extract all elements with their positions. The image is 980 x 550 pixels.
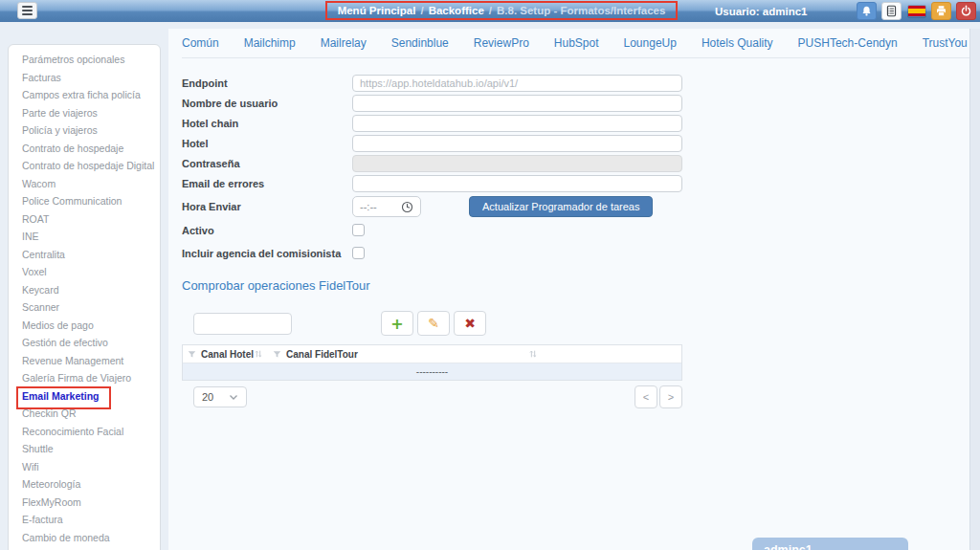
sidebar-item[interactable]: Parámetros opcionales xyxy=(9,51,160,69)
filter-funnel-icon xyxy=(273,350,281,359)
endpoint-input[interactable] xyxy=(352,75,682,92)
password-input xyxy=(352,155,682,172)
main-content: Común Mailchimp Mailrelay Sendinblue Rev… xyxy=(168,29,969,550)
logout-button[interactable] xyxy=(956,2,976,20)
page-size-select[interactable]: 20 xyxy=(193,386,247,407)
sidebar-item[interactable]: Campos extra ficha policía xyxy=(9,86,160,104)
sidebar-item[interactable]: Meteorología xyxy=(9,475,160,494)
language-flag-button[interactable] xyxy=(906,2,926,20)
filter-funnel-icon xyxy=(188,350,196,359)
hotel-label: Hotel xyxy=(182,138,352,149)
check-operations-link[interactable]: Comprobar operaciones FidelTour xyxy=(182,278,370,293)
breadcrumb-item-menu[interactable]: Menú Principal xyxy=(338,5,416,16)
tab[interactable]: Mailrelay xyxy=(321,31,367,55)
menu-toggle-button[interactable] xyxy=(17,2,37,19)
table-empty-row: ---------- xyxy=(183,363,681,380)
sidebar-item[interactable]: Keycard xyxy=(9,281,160,299)
hotel-chain-label: Hotel chain xyxy=(182,118,352,129)
sidebar-item[interactable]: Contrato de hospedaje xyxy=(9,140,160,158)
form-row-hotel-chain: Hotel chain xyxy=(182,115,969,132)
sidebar-item[interactable]: Parte de viajeros xyxy=(9,104,160,122)
hotel-chain-input[interactable] xyxy=(352,115,682,132)
app-window: Menú Principal / Backoffice / B.8. Setup… xyxy=(0,0,980,550)
fideltour-form: Endpoint Nombre de usuario Hotel chain H… xyxy=(168,58,969,408)
sidebar-item[interactable]: Police Communication xyxy=(9,192,160,210)
edit-button[interactable]: ✎ xyxy=(417,311,450,336)
sidebar-item[interactable]: Voxel xyxy=(9,263,160,281)
form-row-error-email: Email de errores xyxy=(182,175,969,192)
tab[interactable]: Sendinblue xyxy=(391,31,449,55)
error-email-input[interactable] xyxy=(352,175,682,192)
sidebar-item[interactable]: Email Marketing xyxy=(9,387,160,406)
send-time-input[interactable]: --:-- xyxy=(352,196,421,217)
sidebar-item[interactable]: Contrato de hospedaje Digital xyxy=(9,157,160,175)
form-row-username: Nombre de usuario xyxy=(182,95,969,112)
channel-mapping-table: Canal Hotel Canal FidelTour xyxy=(182,344,682,381)
crud-buttons: + ✎ ✖ xyxy=(381,311,486,336)
sidebar-item[interactable]: Scanner xyxy=(9,298,160,317)
breadcrumb: Menú Principal / Backoffice / B.8. Setup… xyxy=(325,1,678,20)
tab-bar: Común Mailchimp Mailrelay Sendinblue Rev… xyxy=(168,29,969,57)
pencil-icon: ✎ xyxy=(428,316,439,331)
sidebar-item[interactable]: Reconocimiento Facial xyxy=(9,423,160,441)
delete-button[interactable]: ✖ xyxy=(454,311,486,336)
sidebar-item[interactable]: Cambio de moneda xyxy=(9,529,160,547)
tab[interactable]: Hotels Quality xyxy=(702,31,773,55)
clock-icon xyxy=(401,201,413,213)
tab[interactable]: TrustYou xyxy=(923,31,968,55)
topbar-actions xyxy=(857,2,976,20)
bell-icon xyxy=(860,5,873,17)
tab[interactable]: PUSHTech-Cendyn xyxy=(798,31,898,55)
channel-search-input[interactable] xyxy=(193,313,292,335)
table-footer: 20 < > xyxy=(182,385,682,408)
sidebar-item[interactable]: E-factura xyxy=(9,511,160,529)
tab[interactable]: Mailchimp xyxy=(244,31,296,55)
active-checkbox[interactable] xyxy=(352,224,365,236)
update-scheduler-button[interactable]: Actualizar Programador de tareas xyxy=(469,196,653,217)
hotel-input[interactable] xyxy=(352,135,682,152)
notifications-button[interactable] xyxy=(857,2,877,20)
username-input[interactable] xyxy=(352,95,682,112)
printer-icon xyxy=(935,5,947,17)
sidebar-item[interactable]: Wifi xyxy=(9,458,160,476)
tab[interactable]: HubSpot xyxy=(554,31,599,55)
sidebar-item[interactable]: Medios de pago xyxy=(9,317,160,335)
sidebar-item[interactable]: Gestión de efectivo xyxy=(9,334,160,352)
endpoint-label: Endpoint xyxy=(182,77,352,89)
time-value: --:-- xyxy=(360,201,377,212)
breadcrumb-separator: / xyxy=(420,5,423,16)
log-button[interactable] xyxy=(881,2,902,20)
print-button[interactable] xyxy=(931,2,951,20)
next-page-button[interactable]: > xyxy=(659,385,682,408)
table-column-header[interactable]: Canal FidelTour xyxy=(268,345,543,363)
tab[interactable]: Común xyxy=(182,31,219,55)
page-size-value: 20 xyxy=(202,391,213,403)
scrollbar[interactable] xyxy=(969,29,980,550)
form-row-password: Contraseña xyxy=(182,155,969,172)
sidebar-item[interactable]: Facturas xyxy=(9,69,160,87)
sidebar-item[interactable]: Shuttle xyxy=(9,440,160,458)
sidebar-item[interactable]: Checkin QR xyxy=(9,405,160,423)
sort-icon xyxy=(254,349,263,359)
sidebar-item[interactable]: INE xyxy=(9,228,160,246)
power-icon xyxy=(960,5,972,17)
sidebar-item[interactable]: Centralita xyxy=(9,246,160,264)
sidebar-item[interactable]: Revenue Management xyxy=(9,352,160,370)
sidebar-item[interactable]: Policía y viajeros xyxy=(9,121,160,140)
sidebar-item[interactable]: FlexMyRoom xyxy=(9,494,160,512)
x-icon: ✖ xyxy=(464,316,476,331)
sidebar-item[interactable]: Wacom xyxy=(9,175,160,193)
table-column-header[interactable]: Canal Hotel xyxy=(183,345,268,363)
include-agency-checkbox[interactable] xyxy=(352,247,365,259)
tab[interactable]: ReviewPro xyxy=(474,31,529,55)
tab[interactable]: LoungeUp xyxy=(624,31,677,55)
prev-page-button[interactable]: < xyxy=(635,385,657,408)
sidebar-item[interactable]: Galería Firma de Viajero xyxy=(9,369,160,387)
breadcrumb-item-backoffice[interactable]: Backoffice xyxy=(429,5,484,16)
sort-icon xyxy=(528,349,538,359)
form-row-send-time: Hora Enviar --:-- Actualizar Programador… xyxy=(182,195,969,218)
add-button[interactable]: + xyxy=(381,311,413,336)
spain-flag-icon xyxy=(907,5,926,18)
hamburger-icon xyxy=(22,6,33,8)
sidebar-item[interactable]: ROAT xyxy=(9,210,160,229)
